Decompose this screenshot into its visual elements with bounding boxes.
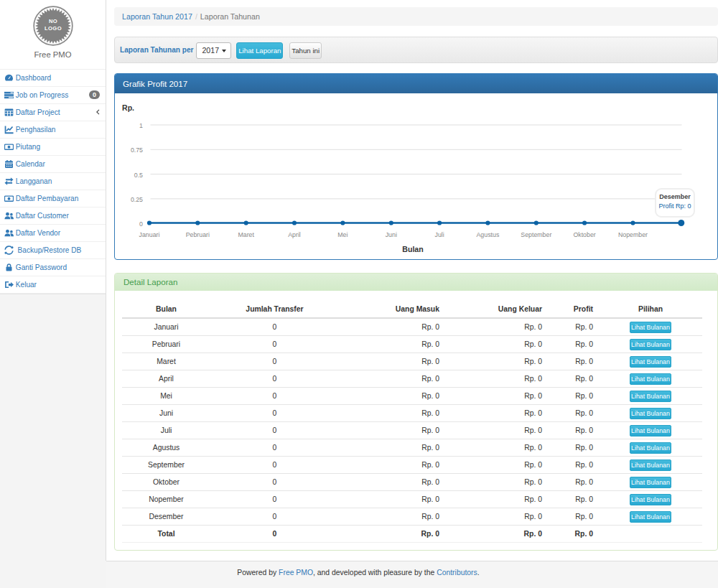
svg-text:NO: NO xyxy=(48,18,57,24)
svg-text:April: April xyxy=(288,231,301,238)
svg-text:Juli: Juli xyxy=(434,231,444,238)
svg-text:Rp.: Rp. xyxy=(122,103,134,112)
svg-text:Maret: Maret xyxy=(238,231,254,238)
svg-text:September: September xyxy=(521,231,551,238)
svg-text:Juni: Juni xyxy=(386,231,397,238)
svg-text:Mei: Mei xyxy=(337,231,348,238)
svg-text:0.25: 0.25 xyxy=(131,196,143,203)
svg-text:Januari: Januari xyxy=(139,231,160,238)
svg-text:Pebruari: Pebruari xyxy=(186,231,210,238)
svg-text:1: 1 xyxy=(139,122,143,129)
svg-text:0.5: 0.5 xyxy=(134,172,143,179)
svg-text:Nopember: Nopember xyxy=(618,231,648,238)
svg-text:Bulan: Bulan xyxy=(402,245,423,253)
svg-text:Agustus: Agustus xyxy=(477,231,500,238)
svg-text:LOGO: LOGO xyxy=(45,25,62,32)
svg-text:Oktober: Oktober xyxy=(573,231,595,238)
svg-text:0: 0 xyxy=(139,220,143,228)
svg-text:0.75: 0.75 xyxy=(131,146,143,154)
